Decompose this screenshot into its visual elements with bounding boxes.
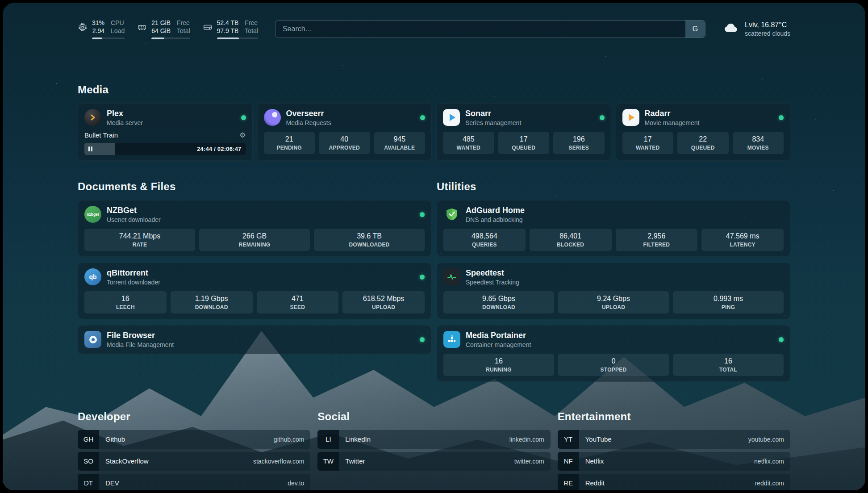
service-subtitle: Usenet downloader [107,216,161,223]
service-card-nzbget[interactable]: nzbget NZBGet Usenet downloader 744.21 M… [78,200,431,257]
bookmark-domain: dev.to [288,474,310,490]
stat-label: STOPPED [560,367,667,373]
bookmark-linkedin[interactable]: LI LinkedIn linkedin.com [317,430,550,449]
developer-bookmarks: GH Github github.com SO StackOverflow st… [78,430,310,490]
service-name: AdGuard Home [466,206,525,215]
bookmark-stackoverflow[interactable]: SO StackOverflow stackoverflow.com [78,452,310,471]
search-input[interactable] [275,20,705,38]
stat-label: WANTED [624,145,672,151]
stat-label: UPLOAD [344,304,423,310]
bookmark-abbr: DT [78,474,99,490]
stat-value: 266 GB [201,232,308,240]
cloud-icon [722,22,739,36]
status-dot [779,115,784,120]
weather-widget: Lviv, 16.87°C scattered clouds [722,20,790,38]
portainer-icon [443,331,460,348]
stat-block: 834 MOVIES [733,132,784,154]
bookmark-abbr: SO [78,452,99,471]
social-section: Social LI LinkedIn linkedin.com TW Twitt… [317,410,550,471]
bookmark-reddit[interactable]: RE Reddit reddit.com [558,474,790,490]
service-card-qbittorrent[interactable]: qb qBittorrent Torrent downloader 16 LEE… [78,263,431,319]
bookmark-domain: stackoverflow.com [253,452,310,471]
status-dot [420,212,425,217]
service-subtitle: DNS and adblocking [466,216,525,223]
bookmark-dev[interactable]: DT DEV dev.to [78,474,310,490]
status-dot [779,337,784,342]
service-card-overseerr[interactable]: Overseerr Media Requests 21 PENDING 40 A… [257,103,432,161]
stat-block: 40 APPROVED [319,132,370,154]
search-provider-button[interactable]: G [685,21,705,38]
stat-block: 9.24 Gbps UPLOAD [558,291,669,313]
entertainment-section: Entertainment YT YouTube youtube.com NF … [558,410,790,490]
service-card-radarr[interactable]: Radarr Movie management 17 WANTED 22 QUE… [616,103,791,161]
bookmark-netflix[interactable]: NF Netflix netflix.com [558,452,790,471]
status-dot [241,115,246,120]
status-dot [420,275,425,280]
bookmark-name: StackOverflow [99,452,149,471]
bookmark-abbr: YT [558,430,579,449]
developer-section: Developer GH Github github.com SO StackO… [78,410,310,490]
resource-monitors: 31% 2.94 CPU Load [78,19,258,39]
stat-label: RUNNING [445,367,552,373]
bookmark-name: Github [99,430,125,449]
stat-label: SEED [259,304,337,310]
stat-value: 945 [376,135,424,143]
stat-label: LEECH [86,304,165,310]
stat-value: 1.19 Gbps [172,295,251,303]
service-card-portainer[interactable]: Media Portainer Container management 16 … [437,325,790,382]
stat-label: PING [675,304,782,310]
service-name: Overseerr [286,109,331,118]
service-name: qBittorrent [107,268,160,278]
topbar-divider [78,52,790,52]
entertainment-bookmarks: YT YouTube youtube.com NF Netflix netfli… [558,430,790,490]
social-bookmarks: LI LinkedIn linkedin.com TW Twitter twit… [317,430,550,471]
service-subtitle: Media server [107,119,143,126]
bookmark-domain: twitter.com [514,452,551,471]
stat-value: 40 [321,135,368,143]
bookmark-github[interactable]: GH Github github.com [78,430,310,449]
bookmark-name: DEV [99,474,119,490]
service-card-filebrowser[interactable]: File Browser Media File Management [78,325,431,354]
bookmark-domain: reddit.com [755,474,790,490]
pause-icon[interactable] [88,146,92,151]
bookmark-youtube[interactable]: YT YouTube youtube.com [558,430,790,449]
stat-block: 22 QUEUED [677,132,729,154]
stat-label: WANTED [445,145,492,151]
stat-label: PENDING [266,145,313,151]
service-card-sonarr[interactable]: Sonarr Series management 485 WANTED 17 Q… [436,103,611,161]
stat-value: 618.52 Mbps [344,295,423,303]
disk-monitor: 52.4 TB 97.9 TB Free Total [203,19,258,39]
service-card-speedtest[interactable]: Speedtest Speedtest Tracking 9.65 Gbps D… [437,263,790,319]
stat-block: 485 WANTED [443,132,494,154]
stat-block: 9.65 Gbps DOWNLOAD [443,291,554,313]
disk-icon [203,22,213,34]
service-subtitle: Speedtest Tracking [466,279,519,286]
stat-label: QUEUED [679,145,727,151]
stat-block: 21 PENDING [264,132,315,154]
stat-block: 17 QUEUED [498,132,550,154]
stars-decoration [3,3,4,4]
service-stats: 16 RUNNING 0 STOPPED 16 TOTAL [443,354,784,376]
stat-block: 498,564 QUERIES [443,229,526,251]
playback-time: 24:44 / 02:06:47 [197,146,241,152]
bookmark-abbr: LI [317,430,339,449]
gear-icon[interactable]: ⚙ [239,131,246,139]
service-card-adguard[interactable]: AdGuard Home DNS and adblocking 498,564 … [437,200,790,257]
service-subtitle: Media Requests [286,119,331,126]
media-section-title: Media [78,84,790,96]
service-subtitle: Container management [466,341,531,348]
stat-value: 16 [675,357,782,365]
service-card-plex[interactable]: Plex Media server Bullet Train ⚙ 24:44 /… [78,103,253,161]
stat-block: 0.993 ms PING [673,291,784,313]
bookmark-domain: linkedin.com [509,430,551,449]
stat-block: 47.569 ms LATENCY [701,229,784,251]
playback-bar[interactable]: 24:44 / 02:06:47 [84,143,246,155]
memory-free-label: Free [177,19,190,27]
utilities-section-title: Utilities [437,180,790,193]
stat-value: 22 [679,135,727,143]
stat-block: 2,956 FILTERED [616,229,698,251]
cpu-progress-fill [92,38,102,39]
bookmark-twitter[interactable]: TW Twitter twitter.com [317,452,550,471]
stat-block: 86,401 BLOCKED [530,229,612,251]
status-dot [600,115,605,120]
